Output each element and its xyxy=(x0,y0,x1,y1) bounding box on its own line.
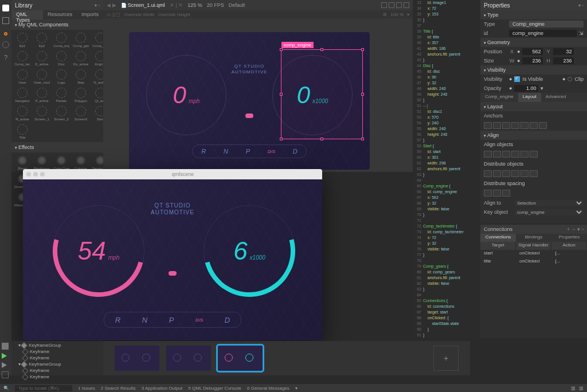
component-item[interactable]: Gear_track xyxy=(33,68,51,85)
section-visibility[interactable]: Visibility xyxy=(480,65,587,75)
section-align[interactable]: Align xyxy=(480,131,587,140)
component-item[interactable]: Ep1 xyxy=(13,32,32,49)
component-item[interactable]: Gear xyxy=(13,68,32,85)
preview-window[interactable]: qmlscene QT STUDIOAUTOMOTIVE 54mph 6x100… xyxy=(23,169,322,340)
design-icon[interactable] xyxy=(4,32,7,36)
tab-advanced[interactable]: Advanced xyxy=(541,93,571,102)
component-item[interactable]: R_active xyxy=(13,105,32,122)
tab-issues[interactable]: 1 Issues xyxy=(78,386,95,391)
component-item[interactable]: Screen3 xyxy=(72,105,90,122)
id-input[interactable]: comp_engine xyxy=(509,30,577,37)
run-debug-icon[interactable] xyxy=(2,362,7,368)
section-geometry[interactable]: Geometry xyxy=(480,38,587,47)
link-icon[interactable]: ● xyxy=(517,58,520,64)
link-icon[interactable]: ● xyxy=(517,49,520,54)
w-input[interactable]: 236 xyxy=(522,57,543,64)
component-item[interactable]: P_active xyxy=(33,87,51,104)
timeline-tree[interactable]: ▾ KeyframeGroupKeyframeKeyframe▾ Keyfram… xyxy=(11,341,103,375)
component-item[interactable]: Map xyxy=(72,68,90,85)
grid-icon[interactable] xyxy=(381,2,387,8)
section-layout[interactable]: Layout xyxy=(480,102,587,111)
timeline-item[interactable]: Keyframe xyxy=(11,355,103,361)
bounds-icon[interactable] xyxy=(396,2,402,8)
component-item[interactable]: Logo xyxy=(52,68,71,85)
tab-resources[interactable]: Resources xyxy=(43,10,77,19)
component-item[interactable]: Ep2 xyxy=(33,32,51,49)
component-item[interactable]: Screen_1 xyxy=(33,105,51,122)
component-item[interactable]: Polygon xyxy=(72,87,90,104)
timeline-item[interactable]: Keyframe xyxy=(11,367,103,374)
tab-imports[interactable]: Imports xyxy=(77,10,103,19)
selection-box[interactable]: comp_engine xyxy=(281,49,363,139)
code-editor[interactable]: 33 id: image134 x: 7235 y: 15336}3738Tit… xyxy=(413,0,480,338)
timeline-item[interactable]: Keyframe xyxy=(11,374,103,380)
locator-input[interactable]: Type to locate (⌘K) xyxy=(15,385,72,391)
tab-general-messages[interactable]: 6 General Messages xyxy=(247,386,289,391)
zoom2[interactable]: 100 % xyxy=(390,12,404,17)
timeline-item[interactable]: ▾ KeyframeGroup xyxy=(11,342,103,348)
component-item[interactable]: Navigator xyxy=(13,87,32,104)
style-dropdown[interactable]: Default xyxy=(229,2,245,8)
tab-app-output[interactable]: 3 Application Output xyxy=(142,386,183,391)
component-item[interactable]: Title xyxy=(13,123,32,140)
anchor-icon[interactable] xyxy=(404,2,409,8)
help-icon[interactable]: ? xyxy=(4,54,7,61)
clip-checkbox[interactable] xyxy=(568,77,572,81)
remove-icon[interactable]: − xyxy=(572,226,575,232)
h-input[interactable]: 236 xyxy=(553,57,574,64)
visible-checkbox[interactable] xyxy=(514,76,520,82)
zoom-level[interactable]: 125 % xyxy=(187,2,202,8)
link-icon[interactable]: ● xyxy=(509,85,512,91)
stop-icon[interactable] xyxy=(2,371,9,378)
link-icon[interactable]: ● xyxy=(509,76,512,82)
override-width[interactable]: Override Width xyxy=(124,12,154,17)
component-item[interactable]: Screen_2 xyxy=(52,105,71,122)
edit-icon[interactable] xyxy=(2,17,9,24)
opacity-input[interactable]: 1.00 xyxy=(514,85,538,92)
add-state-button[interactable]: + xyxy=(433,346,459,371)
tab-bindings[interactable]: Bindings xyxy=(516,234,551,242)
connection-row[interactable]: startonClicked{... xyxy=(480,250,587,258)
tab-qml-types[interactable]: QML Types xyxy=(11,10,43,19)
state-thumb[interactable] xyxy=(166,346,211,371)
key-object-select[interactable]: comp_engine xyxy=(515,209,584,215)
link-icon[interactable]: ● xyxy=(562,76,565,82)
timeline-item[interactable]: Keyframe xyxy=(11,348,103,355)
welcome-icon[interactable] xyxy=(2,5,9,11)
tab-comp-engine[interactable]: Comp_engine xyxy=(480,93,518,102)
section-type[interactable]: Type xyxy=(480,10,587,19)
override-height[interactable]: Override Height xyxy=(158,12,190,17)
component-item[interactable]: Disc xyxy=(52,50,71,67)
open-file-name[interactable]: Screen_1.ui.qml xyxy=(121,2,165,8)
component-item[interactable]: Comp_gears xyxy=(72,32,90,49)
tab-qml-console[interactable]: 5 QML Debugger Console xyxy=(188,386,241,391)
debug-icon[interactable] xyxy=(2,41,9,48)
run-icon[interactable] xyxy=(2,353,7,359)
panel-menu-icon[interactable]: ▾ ▫ xyxy=(578,3,584,8)
tab-search-results[interactable]: 2 Search Results xyxy=(101,386,136,391)
tab-layout[interactable]: Layout xyxy=(518,93,541,102)
tab-connections[interactable]: Connections xyxy=(480,234,516,242)
minimize-icon[interactable] xyxy=(33,172,38,177)
align-to-select[interactable]: Selection xyxy=(515,200,584,206)
close-icon[interactable] xyxy=(26,172,31,177)
connection-row[interactable]: titleonClicked{... xyxy=(480,258,587,266)
speed-gauge[interactable]: 0mph xyxy=(146,55,226,135)
component-item[interactable]: Comp_engine xyxy=(52,32,71,49)
sidebar-toggle-icon[interactable]: ▥ xyxy=(571,386,576,391)
canvas-editor[interactable]: QT STUDIOAUTOMOTIVE 0mph 0x1000 R N P D/… xyxy=(103,18,413,172)
search-icon[interactable]: 🔍 xyxy=(3,386,9,391)
section-effects[interactable]: Effects xyxy=(11,142,103,152)
build-icon[interactable] xyxy=(2,343,9,350)
component-item[interactable]: Comp_tac..2 xyxy=(13,50,32,67)
preview-titlebar[interactable]: qmlscene xyxy=(23,169,322,179)
add-icon[interactable]: + xyxy=(567,226,570,232)
state-thumb[interactable] xyxy=(115,346,159,371)
snap-icon[interactable] xyxy=(389,2,394,8)
panel-menu-icon[interactable]: ▾ ▫ xyxy=(95,3,100,8)
state-thumb-selected[interactable] xyxy=(218,346,263,371)
tab-properties[interactable]: Properties xyxy=(551,234,587,242)
y-input[interactable]: 32 xyxy=(553,48,574,55)
timeline-item[interactable]: ▾ KeyframeGroup xyxy=(11,361,103,367)
maximize-icon[interactable] xyxy=(40,172,45,177)
